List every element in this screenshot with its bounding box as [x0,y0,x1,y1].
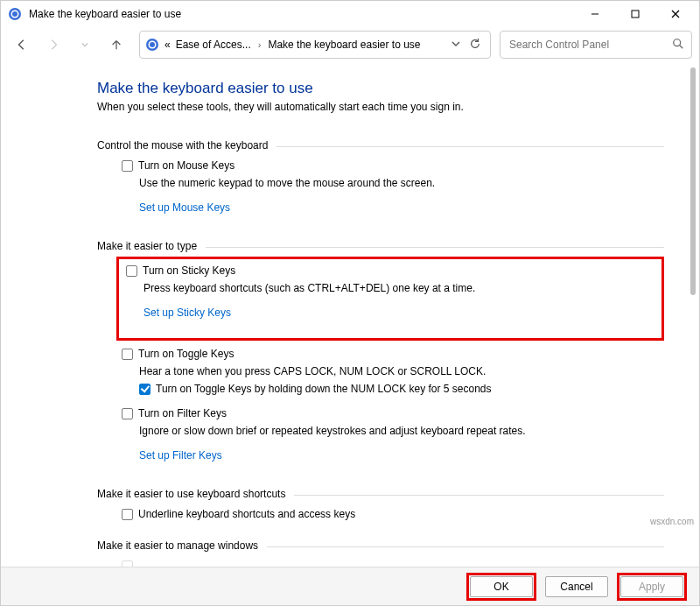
section-type-title: Make it easier to type [97,240,197,252]
setup-mouse-keys-link[interactable]: Set up Mouse Keys [139,201,230,214]
back-button[interactable] [8,31,36,59]
location-icon [145,38,159,52]
button-bar: OK Cancel Apply [1,567,699,605]
breadcrumb-part2[interactable]: Make the keyboard easier to use [268,39,420,51]
search-icon[interactable] [672,38,684,53]
breadcrumb-part1[interactable]: Ease of Acces... [176,39,251,51]
forward-button[interactable] [39,31,67,59]
toggle-keys-numlock-checkbox[interactable] [139,384,150,395]
svg-point-10 [674,39,681,46]
svg-point-2 [12,11,18,17]
apply-button-highlight: Apply [617,573,687,601]
setup-sticky-keys-link[interactable]: Set up Sticky Keys [144,307,231,319]
address-bar[interactable]: « Ease of Acces... › Make the keyboard e… [139,31,491,59]
content-area: Make the keyboard easier to use When you… [1,62,699,567]
page-subtitle: When you select these tools, they will a… [97,101,664,113]
sticky-keys-highlight: Turn on Sticky Keys Press keyboard short… [116,257,664,341]
up-button[interactable] [102,31,130,59]
underline-shortcuts-checkbox[interactable] [122,509,133,520]
divider [294,495,664,496]
cancel-button[interactable]: Cancel [545,576,608,597]
svg-line-11 [680,45,683,48]
apply-button[interactable]: Apply [620,576,683,597]
minimize-button[interactable] [575,1,615,27]
sticky-keys-label: Turn on Sticky Keys [143,264,235,277]
chevron-down-icon[interactable] [452,39,460,51]
page-title: Make the keyboard easier to use [97,80,664,97]
svg-point-9 [150,42,155,47]
sticky-keys-desc: Press keyboard shortcuts (such as CTRL+A… [144,282,654,294]
window-title: Make the keyboard easier to use [29,8,181,20]
section-mouse-title: Control the mouse with the keyboard [97,139,268,152]
section-windows-title: Make it easier to manage windows [97,539,258,552]
refresh-icon[interactable] [469,38,481,53]
nav-bar: « Ease of Acces... › Make the keyboard e… [1,27,699,62]
breadcrumb-prefix: « [164,39,171,51]
title-bar: Make the keyboard easier to use [1,1,699,27]
window-root: Make the keyboard easier to use « Ease o… [0,0,700,606]
toggle-keys-checkbox[interactable] [122,349,133,360]
mouse-keys-checkbox[interactable] [122,160,133,172]
mouse-keys-desc: Use the numeric keypad to move the mouse… [139,177,664,189]
recent-locations-button[interactable] [71,31,99,59]
toggle-keys-desc: Hear a tone when you press CAPS LOCK, NU… [139,365,664,377]
windows-option-label [138,560,141,567]
ok-button[interactable]: OK [470,576,533,597]
search-input[interactable] [508,38,672,52]
toggle-keys-label: Turn on Toggle Keys [138,348,234,360]
maximize-button[interactable] [615,1,655,27]
close-button[interactable] [655,1,696,27]
app-icon [8,7,22,21]
divider [267,546,664,547]
divider [276,146,664,147]
sticky-keys-checkbox[interactable] [126,265,137,277]
filter-keys-checkbox[interactable] [122,408,133,419]
section-shortcuts-title: Make it easier to use keyboard shortcuts [97,488,285,500]
scrollbar[interactable] [690,67,696,561]
watermark: wsxdn.com [650,517,694,526]
ok-button-highlight: OK [466,573,536,601]
divider [206,247,664,248]
search-box[interactable] [500,31,692,59]
setup-filter-keys-link[interactable]: Set up Filter Keys [139,449,222,462]
toggle-keys-numlock-label: Turn on Toggle Keys by holding down the … [156,383,492,395]
scrollbar-thumb[interactable] [690,67,696,295]
filter-keys-label: Turn on Filter Keys [138,407,227,419]
content-scroll[interactable]: Make the keyboard easier to use When you… [1,62,699,567]
windows-option-checkbox[interactable] [122,560,133,567]
chevron-right-icon[interactable]: › [256,39,263,50]
filter-keys-desc: Ignore or slow down brief or repeated ke… [139,425,664,437]
mouse-keys-label: Turn on Mouse Keys [138,159,234,172]
svg-rect-4 [632,11,639,18]
underline-shortcuts-label: Underline keyboard shortcuts and access … [138,508,355,520]
